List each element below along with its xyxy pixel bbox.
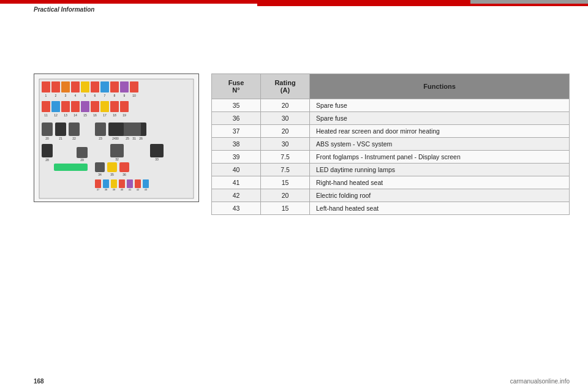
fuse-no-cell: 41 [212,176,261,189]
fuse-no-cell: 42 [212,189,261,202]
svg-rect-7 [100,81,109,92]
svg-rect-5 [81,81,89,92]
svg-text:31: 31 [132,137,136,140]
rating-cell: 15 [261,176,310,189]
svg-rect-59 [127,123,141,136]
svg-text:37: 37 [97,188,100,191]
rating-cell: 15 [261,202,310,215]
fuse-diagram-svg: 1 2 3 4 5 6 7 8 9 10 11 12 13 14 15 16 1… [37,77,196,199]
col-header-rating: Rating(A) [261,74,310,99]
svg-text:19: 19 [123,113,126,117]
svg-rect-78 [143,179,149,188]
svg-text:32: 32 [115,157,119,161]
svg-rect-61 [110,144,124,157]
svg-rect-6 [91,81,99,92]
fuse-diagram-container: 1 2 3 4 5 6 7 8 9 10 11 12 13 14 15 16 1… [34,74,199,202]
svg-text:30: 30 [115,137,119,140]
table-row: 3630Spare fuse [212,112,570,125]
table-row: 4315Left-hand heated seat [212,202,570,215]
fuse-no-cell: 36 [212,112,261,125]
functions-cell: LED daytime running lamps [310,164,570,176]
footer-website: carmanualsonline.info [510,378,570,385]
svg-rect-22 [51,101,60,112]
svg-rect-9 [120,81,129,92]
svg-text:12: 12 [54,113,58,117]
svg-text:42: 42 [137,188,140,191]
svg-text:43: 43 [145,188,148,191]
svg-rect-73 [103,179,109,188]
svg-text:16: 16 [93,113,97,117]
svg-rect-53 [42,144,53,157]
svg-text:21: 21 [59,137,62,140]
table-row: 3830ABS system - VSC system [212,138,570,151]
table-row: 3520Spare fuse [212,99,570,112]
fuse-no-cell: 43 [212,202,261,215]
svg-rect-39 [42,123,53,136]
svg-text:41: 41 [129,188,132,191]
svg-rect-71 [54,164,88,171]
svg-text:26: 26 [139,137,143,140]
svg-text:2: 2 [55,94,57,97]
svg-text:11: 11 [44,113,48,117]
svg-text:22: 22 [72,137,76,140]
svg-text:40: 40 [121,188,124,191]
svg-rect-69 [119,162,129,172]
table-row: 407.5LED daytime running lamps [212,164,570,176]
svg-text:6: 6 [94,94,96,97]
svg-rect-63 [150,144,164,157]
rating-cell: 7.5 [261,164,310,176]
svg-rect-42 [95,123,106,136]
svg-rect-3 [61,81,70,92]
functions-cell: Spare fuse [310,99,570,112]
svg-text:34: 34 [98,173,102,176]
functions-cell: Electric folding roof [310,189,570,202]
svg-text:28: 28 [45,158,49,162]
svg-rect-1 [42,81,50,92]
svg-text:10: 10 [132,94,136,97]
svg-text:33: 33 [155,157,159,161]
svg-text:8: 8 [114,94,116,97]
svg-rect-2 [51,81,60,92]
svg-rect-76 [127,179,133,188]
svg-text:35: 35 [110,173,114,176]
col-header-fuse-no: FuseN° [212,74,261,99]
svg-rect-67 [107,162,117,172]
svg-text:15: 15 [83,113,87,117]
functions-cell: Right-hand heated seat [310,176,570,189]
fuse-no-cell: 35 [212,99,261,112]
col-header-functions: Functions [310,74,570,99]
rating-cell: 20 [261,125,310,138]
svg-rect-65 [95,162,105,172]
svg-rect-21 [42,101,50,112]
svg-text:38: 38 [105,188,108,191]
svg-rect-72 [95,179,101,188]
svg-text:14: 14 [74,113,77,117]
header-accent-line [257,4,588,6]
fuse-no-cell: 38 [212,138,261,151]
svg-text:17: 17 [103,113,107,117]
rating-cell: 20 [261,189,310,202]
svg-text:7: 7 [104,94,106,97]
table-row: 397.5Front foglamps - Instrument panel -… [212,151,570,164]
svg-rect-26 [91,101,99,112]
fuse-no-cell: 40 [212,164,261,176]
svg-rect-25 [81,101,89,112]
svg-text:13: 13 [64,113,67,117]
table-row: 3720Heated rear screen and door mirror h… [212,125,570,138]
svg-text:25: 25 [126,137,129,140]
functions-cell: Heated rear screen and door mirror heati… [310,125,570,138]
svg-rect-40 [55,123,66,136]
svg-rect-28 [110,101,119,112]
fuse-table: FuseN° Rating(A) Functions 3520Spare fus… [211,74,570,215]
svg-rect-4 [71,81,80,92]
functions-cell: Left-hand heated seat [310,202,570,215]
rating-cell: 30 [261,112,310,125]
fuse-no-cell: 39 [212,151,261,164]
rating-cell: 30 [261,138,310,151]
table-row: 4115Right-hand heated seat [212,176,570,189]
functions-cell: Spare fuse [310,112,570,125]
svg-rect-74 [111,179,117,188]
svg-rect-75 [119,179,125,188]
svg-rect-27 [100,101,109,112]
svg-text:5: 5 [85,94,86,97]
